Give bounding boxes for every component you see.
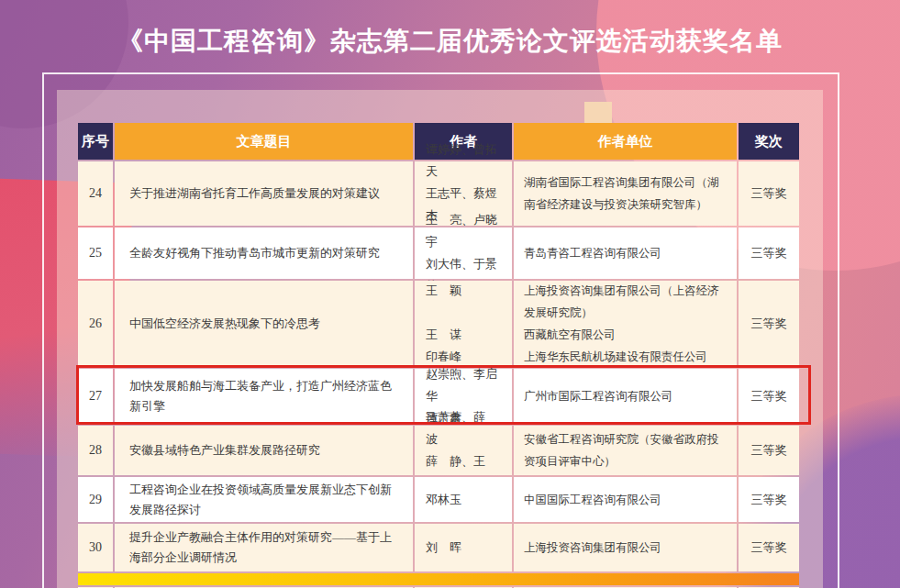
article-title-cell: 全龄友好视角下推动青岛市城市更新的对策研究 <box>115 227 413 279</box>
award-level: 三等奖 <box>751 314 787 334</box>
award-level: 三等奖 <box>751 490 787 510</box>
award-level: 三等奖 <box>751 386 787 406</box>
article-title-cell: 中国低空经济发展热现象下的冷思考 <box>115 281 413 367</box>
organization: 中国国际工程咨询有限公司 <box>524 489 661 511</box>
table-row: 29 工程咨询企业在投资领域高质量发展新业态下创新发展路径探讨 邓林玉 中国国际… <box>78 477 799 522</box>
header-no: 序号 <box>78 123 113 160</box>
article-title: 全龄友好视角下推动青岛市城市更新的对策研究 <box>129 243 380 263</box>
organization: 安徽省工程咨询研究院（安徽省政府投资项目评审中心） <box>524 428 727 472</box>
organization: 青岛青咨工程咨询有限公司 <box>524 242 661 264</box>
organization-cell: 安徽省工程咨询研究院（安徽省政府投资项目评审中心） <box>514 426 737 475</box>
article-title: 提升企业产教融合主体作用的对策研究——基于上海部分企业调研情况 <box>129 527 398 568</box>
page-title: 《中国工程咨询》杂志第二届优秀论文评选活动获奖名单 <box>0 24 900 59</box>
organization-cell: 上海投资咨询集团有限公司（上咨经济发展研究院） 西藏航空有限公司 上海华东民航机… <box>514 281 737 367</box>
organization: 上海投资咨询集团有限公司 <box>524 537 661 559</box>
article-title: 安徽县域特色产业集群发展路径研究 <box>129 440 320 460</box>
row-number: 27 <box>89 386 102 406</box>
table-row: 28 安徽县域特色产业集群发展路径研究 马萧萧、薛 波 薛 静、王 亮 安徽省工… <box>78 426 799 475</box>
authors-cell: 邓林玉 <box>415 477 512 522</box>
header-title: 文章题目 <box>115 123 413 160</box>
award-cell: 三等奖 <box>739 281 799 367</box>
row-number: 28 <box>89 440 102 460</box>
header-org: 作者单位 <box>514 123 737 160</box>
table-row: 30 提升企业产教融合主体作用的对策研究——基于上海部分企业调研情况 刘 晖 上… <box>78 524 799 571</box>
award-cell: 三等奖 <box>739 227 799 279</box>
row-number: 30 <box>89 538 102 558</box>
organization-cell: 上海投资咨询集团有限公司 <box>514 524 737 571</box>
award-level: 三等奖 <box>751 538 787 558</box>
row-number-cell: 26 <box>78 281 113 367</box>
authors: 刘 晖 <box>426 537 461 559</box>
award-table: 序号 文章题目 作者 作者单位 奖次 24 关于推进湖南省托育工作高质量发展的对… <box>78 123 799 588</box>
award-cell: 三等奖 <box>739 426 799 475</box>
row-number-cell: 27 <box>78 369 113 424</box>
award-cell: 三等奖 <box>739 369 799 424</box>
organization-cell: 湖南省国际工程咨询集团有限公司（湖南省经济建设与投资决策研究智库） <box>514 161 737 226</box>
table-row: 25 全龄友好视角下推动青岛市城市更新的对策研究 王 亮、卢晓宇 刘大伟、于景菲… <box>78 227 799 279</box>
row-number-cell: 29 <box>78 477 113 522</box>
organization: 湖南省国际工程咨询集团有限公司（湖南省经济建设与投资决策研究智库） <box>524 172 727 216</box>
article-title: 加快发展船舶与海工装备产业，打造广州经济蓝色新引擎 <box>129 376 398 416</box>
article-title-cell: 提升企业产教融合主体作用的对策研究——基于上海部分企业调研情况 <box>115 524 413 571</box>
organization: 上海投资咨询集团有限公司（上咨经济发展研究院） 西藏航空有限公司 上海华东民航机… <box>524 280 727 368</box>
authors-cell: 刘 晖 <box>415 524 512 571</box>
award-cell: 三等奖 <box>739 161 799 226</box>
award-cell: 三等奖 <box>739 477 799 522</box>
row-number-cell: 28 <box>78 426 113 475</box>
award-level: 三等奖 <box>751 183 787 204</box>
row-number-cell: 30 <box>78 524 113 571</box>
article-title-cell: 安徽县域特色产业集群发展路径研究 <box>115 426 413 475</box>
organization-cell: 青岛青咨工程咨询有限公司 <box>514 227 737 279</box>
award-level: 三等奖 <box>751 440 787 460</box>
table-row: 26 中国低空经济发展热现象下的冷思考 王 颖 王 谋 印春峰 上海投资咨询集团… <box>78 281 799 367</box>
row-number: 24 <box>89 183 102 204</box>
article-title-cell: 加快发展船舶与海工装备产业，打造广州经济蓝色新引擎 <box>115 369 413 424</box>
organization: 广州市国际工程咨询有限公司 <box>524 385 673 407</box>
row-number-cell: 24 <box>78 161 113 226</box>
authors: 邓林玉 <box>426 489 461 511</box>
award-cell: 三等奖 <box>739 524 799 571</box>
page-background: 《中国工程咨询》杂志第二届优秀论文评选活动获奖名单 序号 文章题目 作者 作者单… <box>0 0 900 588</box>
authors: 王 颖 王 谋 印春峰 <box>426 280 461 368</box>
row-number-cell: 25 <box>78 227 113 279</box>
article-title-cell: 关于推进湖南省托育工作高质量发展的对策建议 <box>115 161 413 226</box>
organization-cell: 广州市国际工程咨询有限公司 <box>514 369 737 424</box>
authors-cell: 王 亮、卢晓宇 刘大伟、于景菲 <box>415 227 512 279</box>
decor-peach-square <box>584 102 612 123</box>
organization-cell: 中国国际工程咨询有限公司 <box>514 477 737 522</box>
header-award: 奖次 <box>739 123 799 160</box>
authors-cell: 王 颖 王 谋 印春峰 <box>415 281 512 367</box>
article-title: 中国低空经济发展热现象下的冷思考 <box>129 314 320 334</box>
row-number: 26 <box>89 314 102 334</box>
article-title: 关于推进湖南省托育工作高质量发展的对策建议 <box>129 183 380 204</box>
row-number: 25 <box>89 243 102 263</box>
article-title-cell: 工程咨询企业在投资领域高质量发展新业态下创新发展路径探讨 <box>115 477 413 522</box>
article-title: 工程咨询企业在投资领域高质量发展新业态下创新发展路径探讨 <box>129 480 398 520</box>
bottom-gradient-bar <box>78 573 799 585</box>
authors-cell: 马萧萧、薛 波 薛 静、王 亮 <box>415 426 512 475</box>
row-number: 29 <box>89 490 102 510</box>
award-level: 三等奖 <box>751 243 787 263</box>
